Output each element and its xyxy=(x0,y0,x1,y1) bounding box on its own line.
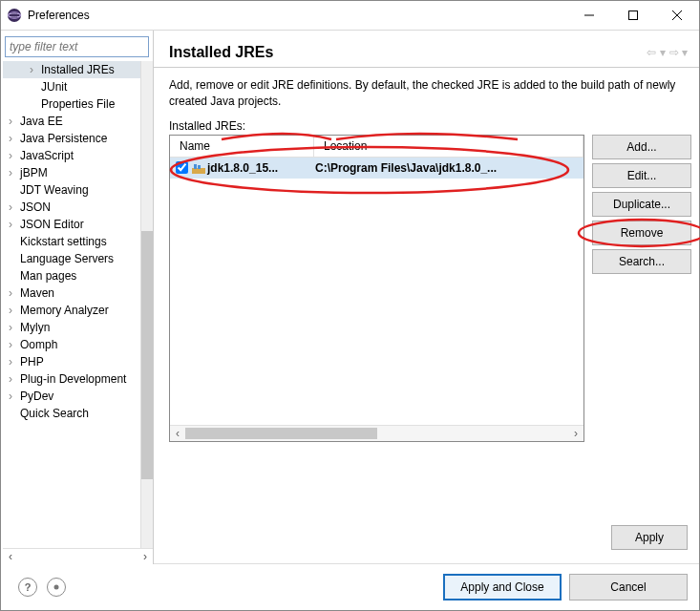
tree-item[interactable]: Language Servers xyxy=(3,250,153,267)
scroll-right-icon[interactable]: › xyxy=(138,549,153,564)
tree-item[interactable]: ›Plug-in Development xyxy=(3,370,153,388)
tree-item[interactable]: Man pages xyxy=(3,267,153,284)
tree-item[interactable]: JDT Weaving xyxy=(3,181,153,199)
filter-box xyxy=(5,36,149,57)
dialog-footer: ? Apply and Close Cancel xyxy=(1,564,699,610)
tree-item[interactable]: ›PyDev xyxy=(3,388,153,405)
filter-input[interactable] xyxy=(5,36,149,57)
svg-rect-8 xyxy=(194,164,197,169)
tree-item[interactable]: Properties File xyxy=(3,95,153,113)
edit-button[interactable]: Edit... xyxy=(592,163,691,188)
preferences-tree-panel: ›Installed JREsJUnitProperties File›Java… xyxy=(1,31,154,564)
svg-point-12 xyxy=(54,585,59,590)
preferences-page: Installed JREs ⇦ ▾ ⇨ ▾ Add, remove or ed… xyxy=(154,31,699,564)
table-row[interactable]: jdk1.8.0_15...C:\Program Files\Java\jdk1… xyxy=(170,158,583,179)
minimize-button[interactable] xyxy=(567,1,611,30)
maximize-button[interactable] xyxy=(611,1,655,30)
jre-table[interactable]: Name Location jdk1.8.0_15...C:\Program F… xyxy=(169,135,584,442)
page-description: Add, remove or edit JRE definitions. By … xyxy=(154,68,699,112)
jdk-icon xyxy=(192,163,205,173)
forward-icon[interactable]: ⇨ ▾ xyxy=(669,46,688,59)
add-button[interactable]: Add... xyxy=(592,135,691,159)
scroll-left-icon[interactable]: ‹ xyxy=(3,549,18,564)
svg-point-0 xyxy=(8,9,21,22)
tree-item[interactable]: ›Mylyn xyxy=(3,319,153,336)
svg-rect-9 xyxy=(198,165,201,169)
col-name[interactable]: Name xyxy=(170,136,314,157)
tree-item[interactable]: ›Maven xyxy=(3,284,153,302)
page-nav-arrows: ⇦ ▾ ⇨ ▾ xyxy=(647,46,688,59)
tree-item[interactable]: ›Java EE xyxy=(3,113,153,130)
scroll-left-icon[interactable]: ‹ xyxy=(170,427,185,440)
close-button[interactable] xyxy=(655,1,699,30)
tree-item[interactable]: ›PHP xyxy=(3,353,153,370)
import-export-icon[interactable] xyxy=(47,578,66,597)
tree-item[interactable]: ›Oomph xyxy=(3,336,153,353)
list-label: Installed JREs: xyxy=(154,112,699,135)
svg-rect-4 xyxy=(629,11,638,20)
duplicate-button[interactable]: Duplicate... xyxy=(592,192,691,217)
jre-checkbox[interactable] xyxy=(176,161,188,174)
tree-item[interactable]: ›JavaScript xyxy=(3,147,153,164)
back-icon[interactable]: ⇦ ▾ xyxy=(647,46,665,59)
apply-button[interactable]: Apply xyxy=(611,525,688,550)
apply-and-close-button[interactable]: Apply and Close xyxy=(443,574,562,600)
tree-item[interactable]: JUnit xyxy=(3,78,153,95)
tree-item[interactable]: Kickstart settings xyxy=(3,233,153,250)
remove-button[interactable]: Remove xyxy=(592,221,691,245)
help-icon[interactable]: ? xyxy=(18,578,37,597)
tree-item[interactable]: ›Installed JREs xyxy=(3,61,153,78)
eclipse-icon xyxy=(7,8,22,23)
tree-item[interactable]: Quick Search xyxy=(3,405,153,422)
cancel-button[interactable]: Cancel xyxy=(569,574,688,600)
scroll-right-icon[interactable]: › xyxy=(568,427,583,440)
col-location[interactable]: Location xyxy=(314,136,583,157)
window-title: Preferences xyxy=(28,9,567,22)
jre-buttons: Add... Edit... Duplicate... Remove Searc… xyxy=(592,135,691,517)
preferences-tree[interactable]: ›Installed JREsJUnitProperties File›Java… xyxy=(3,61,153,548)
tree-item[interactable]: ›jBPM xyxy=(3,164,153,181)
tree-vertical-scrollbar[interactable] xyxy=(140,61,153,548)
page-title: Installed JREs xyxy=(169,44,647,61)
table-horizontal-scrollbar[interactable]: ‹ › xyxy=(170,425,583,441)
search-button[interactable]: Search... xyxy=(592,249,691,274)
tree-item[interactable]: ›JSON xyxy=(3,199,153,216)
tree-item[interactable]: ›Memory Analyzer xyxy=(3,302,153,319)
titlebar: Preferences xyxy=(1,1,699,31)
tree-item[interactable]: ›JSON Editor xyxy=(3,216,153,233)
table-header: Name Location xyxy=(170,136,583,158)
tree-horizontal-scrollbar[interactable]: ‹ › xyxy=(3,548,153,564)
tree-item[interactable]: ›Java Persistence xyxy=(3,130,153,147)
preferences-window: Preferences ›Installed JREsJUnitProperti… xyxy=(0,0,700,611)
